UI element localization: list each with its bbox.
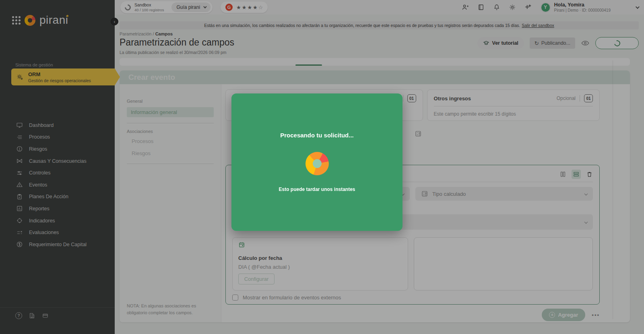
pirani-donut-loader-icon — [305, 152, 329, 175]
processing-modal: Procesando tu solicitud... Esto puede ta… — [231, 93, 402, 231]
processing-subtitle: Esto puede tardar unos instantes — [279, 187, 355, 192]
processing-title: Procesando tu solicitud... — [280, 132, 354, 139]
